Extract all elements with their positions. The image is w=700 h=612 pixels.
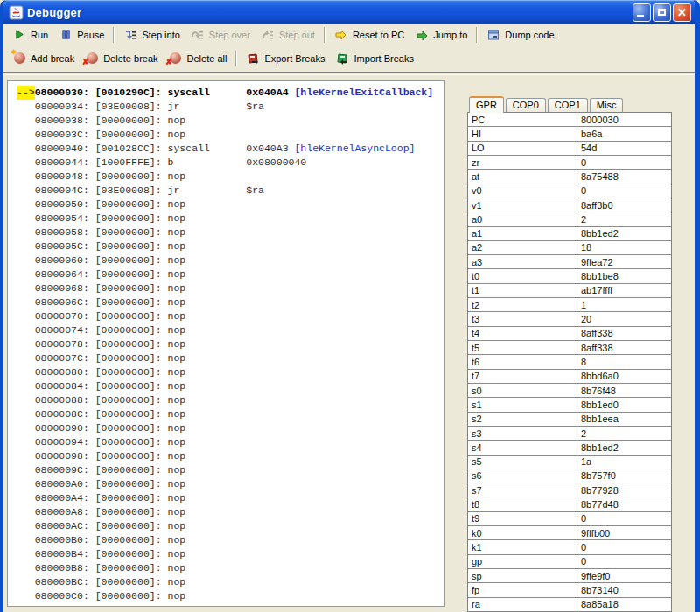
- register-row[interactable]: LO54d: [468, 142, 671, 156]
- disasm-line[interactable]: 08000040: [001028CC]: syscall0x040A3 [hl…: [17, 142, 444, 156]
- register-row[interactable]: t58aff338: [468, 341, 671, 355]
- disasm-line[interactable]: 08000098: [00000000]: nop: [17, 449, 444, 463]
- register-row[interactable]: s51a: [468, 456, 671, 469]
- register-row[interactable]: t21: [468, 298, 671, 312]
- disassembly-panel[interactable]: -->08000030: [0010290C]: syscall0x040A4 …: [7, 80, 444, 607]
- register-value[interactable]: 54d: [578, 143, 597, 153]
- disasm-line[interactable]: 08000088: [00000000]: nop: [17, 393, 444, 407]
- disasm-line[interactable]: 0800008C: [00000000]: nop: [17, 407, 444, 421]
- register-value[interactable]: 20: [578, 314, 592, 324]
- disasm-line[interactable]: 0800007C: [00000000]: nop: [17, 351, 444, 365]
- maximize-button[interactable]: [653, 3, 671, 22]
- register-row[interactable]: a18bb1ed2: [468, 227, 671, 241]
- register-value[interactable]: 8000030: [578, 115, 619, 125]
- register-value[interactable]: 8: [578, 357, 586, 367]
- register-value[interactable]: 0: [578, 157, 586, 168]
- delete-break-button[interactable]: ✘ Delete break: [80, 49, 163, 67]
- run-button[interactable]: Run: [7, 25, 53, 44]
- register-row[interactable]: a218: [468, 241, 671, 255]
- register-row[interactable]: ra8a85a18: [468, 598, 671, 611]
- disasm-line[interactable]: 0800004C: [03E00008]: jr$ra: [17, 184, 444, 198]
- register-row[interactable]: s18bb1ed0: [468, 398, 671, 412]
- step-over-button[interactable]: Step over: [186, 25, 256, 44]
- tab-gpr[interactable]: GPR: [469, 96, 504, 113]
- register-value[interactable]: 9ffe9f0: [578, 571, 610, 581]
- register-value[interactable]: 8b757f0: [578, 470, 616, 481]
- register-value[interactable]: 1a: [578, 456, 592, 467]
- disasm-line[interactable]: 08000050: [00000000]: nop: [17, 198, 444, 212]
- register-row[interactable]: a39ffea72: [468, 255, 671, 269]
- register-value[interactable]: 8bbd6a0: [578, 371, 619, 381]
- disasm-line[interactable]: 08000038: [00000000]: nop: [17, 114, 444, 128]
- register-value[interactable]: ab17ffff: [578, 285, 612, 296]
- register-row[interactable]: k10: [468, 540, 671, 554]
- tab-cop0[interactable]: COP0: [506, 98, 546, 112]
- register-row[interactable]: t320: [468, 312, 671, 326]
- disasm-line[interactable]: 08000090: [00000000]: nop: [17, 421, 444, 435]
- register-row[interactable]: at8a75488: [468, 170, 671, 184]
- disasm-line[interactable]: 080000B0: [00000000]: nop: [17, 533, 444, 547]
- register-value[interactable]: 8bb1ed2: [578, 228, 619, 239]
- register-row[interactable]: v18aff3b0: [468, 198, 671, 212]
- step-into-button[interactable]: Step into: [118, 25, 185, 44]
- register-value[interactable]: 2: [578, 428, 586, 439]
- register-row[interactable]: s78b77928: [468, 483, 671, 497]
- reset-to-pc-button[interactable]: Reset to PC: [329, 25, 410, 44]
- disasm-line[interactable]: 08000048: [00000000]: nop: [17, 170, 444, 184]
- register-value[interactable]: 8a75488: [578, 171, 619, 182]
- register-row[interactable]: fp8b73140: [468, 583, 671, 597]
- close-button[interactable]: ✕: [673, 3, 691, 22]
- register-value[interactable]: 8bb1eea: [578, 414, 619, 424]
- disasm-line[interactable]: 08000078: [00000000]: nop: [17, 337, 444, 351]
- title-bar[interactable]: Debugger ✕: [4, 0, 695, 24]
- register-value[interactable]: 2: [578, 214, 586, 225]
- jump-to-button[interactable]: Jump to: [410, 25, 472, 44]
- export-breaks-button[interactable]: Export Breaks: [241, 49, 330, 67]
- register-value[interactable]: 8a85a18: [578, 599, 619, 609]
- register-row[interactable]: HIba6a: [468, 127, 671, 141]
- delete-all-button[interactable]: ✘ Delete all: [164, 49, 233, 67]
- disasm-line[interactable]: 080000A8: [00000000]: nop: [17, 505, 444, 519]
- register-row[interactable]: a02: [468, 212, 671, 226]
- step-out-button[interactable]: Step out: [256, 25, 320, 44]
- register-value[interactable]: 8bb1ed0: [578, 400, 619, 410]
- register-value[interactable]: 18: [578, 242, 592, 253]
- dump-code-button[interactable]: Dump code: [481, 25, 559, 44]
- tab-misc[interactable]: Misc: [590, 98, 624, 112]
- disasm-line[interactable]: -->08000030: [0010290C]: syscall0x040A4 …: [17, 86, 444, 100]
- register-value[interactable]: 0: [578, 542, 586, 553]
- register-value[interactable]: 8bb1ed2: [578, 442, 619, 453]
- disasm-line[interactable]: 080000C0: [00000000]: nop: [17, 589, 444, 603]
- minimize-button[interactable]: [633, 3, 651, 22]
- register-value[interactable]: 0: [578, 556, 586, 567]
- register-row[interactable]: t68: [468, 355, 671, 369]
- register-row[interactable]: zr0: [468, 156, 671, 170]
- disasm-line[interactable]: 08000068: [00000000]: nop: [17, 282, 444, 296]
- register-value[interactable]: 0: [578, 513, 586, 524]
- disasm-line[interactable]: 080000A4: [00000000]: nop: [17, 491, 444, 505]
- disasm-line[interactable]: 08000094: [00000000]: nop: [17, 435, 444, 449]
- register-row[interactable]: v00: [468, 184, 671, 198]
- register-row[interactable]: t88b77d48: [468, 497, 671, 511]
- register-value[interactable]: 8b73140: [578, 585, 619, 595]
- register-value[interactable]: 8b76f48: [578, 386, 616, 396]
- register-value[interactable]: 8aff3b0: [578, 200, 613, 211]
- import-breaks-button[interactable]: Import Breaks: [330, 49, 418, 67]
- disasm-line[interactable]: 0800003C: [00000000]: nop: [17, 128, 444, 142]
- register-row[interactable]: s28bb1eea: [468, 413, 671, 427]
- pause-button[interactable]: Pause: [53, 25, 109, 44]
- disasm-line[interactable]: 08000044: [1000FFFE]: b0x08000040: [17, 156, 444, 170]
- disasm-line[interactable]: 080000B4: [00000000]: nop: [17, 547, 444, 561]
- add-break-button[interactable]: ✶ Add break: [7, 49, 80, 67]
- register-value[interactable]: 9ffea72: [578, 257, 613, 268]
- disasm-line[interactable]: 08000054: [00000000]: nop: [17, 212, 444, 226]
- register-row[interactable]: t08bb1be8: [468, 269, 671, 283]
- register-row[interactable]: t48aff338: [468, 327, 671, 341]
- register-row[interactable]: sp9ffe9f0: [468, 569, 671, 583]
- disasm-line[interactable]: 08000080: [00000000]: nop: [17, 365, 444, 379]
- disasm-line[interactable]: 08000060: [00000000]: nop: [17, 254, 444, 268]
- disasm-line[interactable]: 0800005C: [00000000]: nop: [17, 240, 444, 254]
- register-row[interactable]: s32: [468, 427, 671, 441]
- register-row[interactable]: t1ab17ffff: [468, 284, 671, 298]
- register-value[interactable]: 8b77d48: [578, 499, 619, 510]
